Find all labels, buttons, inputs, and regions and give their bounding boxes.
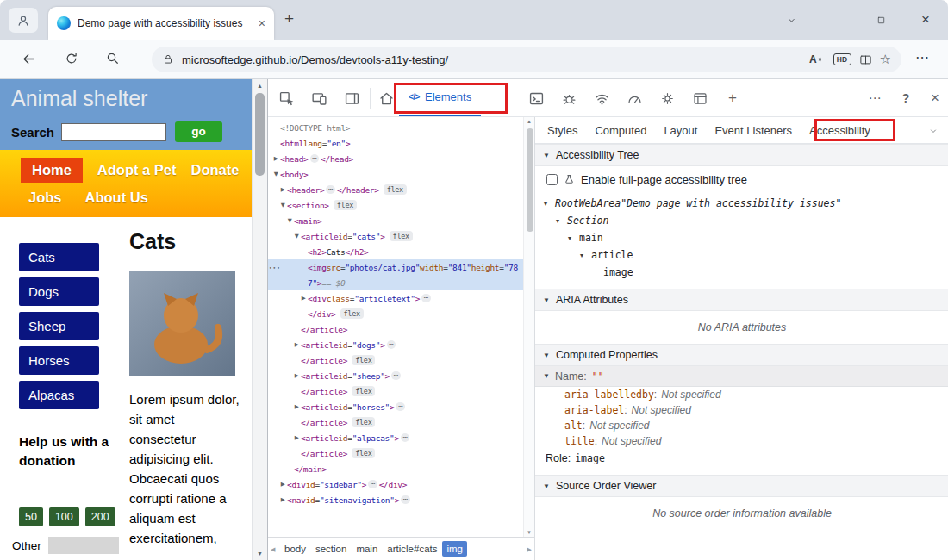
full-page-tree-checkbox[interactable]	[546, 174, 558, 185]
dom-tree-line[interactable]: ▼<body>	[268, 166, 523, 182]
dom-tree-line[interactable]: </article>flex	[268, 383, 523, 399]
accessibility-tree-node[interactable]: ▾main	[535, 229, 948, 246]
dom-tree-line[interactable]: ▶<head>⋯</head>	[268, 151, 523, 166]
crumb-main[interactable]: main	[352, 541, 382, 557]
nav-adopt[interactable]: Adopt a Pet	[97, 162, 177, 178]
flex-badge[interactable]: flex	[334, 200, 357, 210]
nav-home[interactable]: Home	[21, 158, 83, 183]
more-actions-icon[interactable]: •••	[269, 264, 281, 271]
browser-tab[interactable]: Demo page with accessibility issues ×	[48, 7, 274, 40]
read-aloud-icon[interactable]: A	[809, 53, 826, 65]
tab-list-chevron-icon[interactable]	[774, 0, 808, 40]
category-horses[interactable]: Horses	[19, 346, 99, 375]
expander-closed-icon[interactable]: ▶	[271, 155, 280, 162]
issues-bug-icon[interactable]	[559, 89, 578, 108]
dom-tree-line[interactable]: ▶<div id="sidebar">⋯</div>	[268, 476, 523, 492]
minimize-button[interactable]: –	[817, 0, 851, 40]
dom-tree-line[interactable]: <html lang="en">	[268, 135, 523, 151]
crumb-body[interactable]: body	[280, 541, 310, 557]
more-tools-plus-icon[interactable]: +	[723, 89, 742, 108]
donate-100[interactable]: 100	[49, 507, 79, 526]
refresh-button[interactable]	[64, 51, 81, 68]
address-bar[interactable]: microsoftedge.github.io/Demos/devtools-a…	[152, 47, 901, 72]
nav-donate[interactable]: Donate	[191, 162, 240, 178]
back-button[interactable]	[21, 51, 38, 68]
expander-closed-icon[interactable]: ▶	[278, 481, 287, 488]
flex-badge[interactable]: flex	[384, 184, 407, 195]
scroll-down-icon[interactable]: ▼	[253, 551, 267, 557]
dom-tree-line[interactable]: </article>flex	[268, 414, 523, 430]
profile-button[interactable]	[9, 8, 38, 33]
dom-tree-line[interactable]: </article>flex	[268, 352, 523, 368]
expander-closed-icon[interactable]: ▶	[292, 341, 301, 348]
tab-close-icon[interactable]: ×	[259, 17, 265, 29]
dock-side-icon[interactable]	[342, 89, 361, 108]
crumb-section[interactable]: section	[311, 541, 351, 557]
hd-badge[interactable]: HD	[833, 53, 851, 65]
flex-badge[interactable]: flex	[352, 386, 375, 396]
tab-event-listeners[interactable]: Event Listeners	[714, 124, 792, 137]
expander-open-icon[interactable]: ▼	[292, 233, 301, 240]
dom-tree-scrollbar[interactable]: ▲ ▼	[523, 117, 534, 537]
donate-200[interactable]: 200	[85, 507, 115, 526]
section-aria-attributes[interactable]: ▼ ARIA Attributes	[535, 289, 948, 311]
tab-accessibility[interactable]: Accessibility	[809, 124, 870, 137]
scroll-up-icon[interactable]: ▲	[524, 119, 534, 124]
expander-closed-icon[interactable]: ▶	[292, 372, 301, 379]
devtools-close-icon[interactable]: ×	[926, 89, 945, 108]
split-screen-icon[interactable]	[859, 53, 872, 66]
dom-tree-line[interactable]: <!DOCTYPE html>	[268, 120, 523, 135]
inspect-icon[interactable]	[277, 89, 296, 108]
expander-open-icon[interactable]: ▾	[580, 252, 591, 259]
expander-open-icon[interactable]: ▾	[544, 200, 555, 208]
expander-closed-icon[interactable]: ▶	[292, 403, 301, 410]
expander-closed-icon[interactable]: ▶	[278, 496, 287, 503]
settings-menu-icon[interactable]: ⋯	[915, 49, 929, 65]
favorites-star-icon[interactable]: ☆	[880, 52, 891, 67]
tab-layout[interactable]: Layout	[664, 124, 697, 137]
console-icon[interactable]	[527, 89, 546, 108]
section-computed-properties[interactable]: ▼ Computed Properties	[535, 344, 948, 366]
expander-open-icon[interactable]: ▼	[278, 202, 287, 208]
dom-tree-line[interactable]: ▶<article id="dogs">⋯	[268, 337, 523, 352]
flex-badge[interactable]: flex	[352, 448, 375, 458]
other-amount-input[interactable]	[48, 537, 119, 554]
nav-jobs[interactable]: Jobs	[28, 190, 62, 206]
dom-tree-line[interactable]: </article>flex	[268, 445, 523, 461]
devtools-help-icon[interactable]: ?	[896, 89, 915, 108]
category-alpacas[interactable]: Alpacas	[19, 381, 99, 409]
maximize-button[interactable]	[864, 0, 898, 40]
category-dogs[interactable]: Dogs	[19, 277, 99, 306]
dom-tree-line[interactable]: </div>flex	[268, 306, 523, 321]
dom-tree-line[interactable]: ▼<main>	[268, 213, 523, 228]
dom-tree-line[interactable]: ▶<article id="alpacas">⋯	[268, 430, 523, 445]
go-button[interactable]: go	[175, 121, 222, 142]
nav-about[interactable]: About Us	[85, 190, 148, 206]
page-scrollbar[interactable]: ▲ ▼	[252, 79, 267, 560]
tab-elements[interactable]: </> Elements	[399, 79, 481, 116]
checkbox-label[interactable]: Enable full-page accessibility tree	[581, 173, 747, 186]
dom-tree-line[interactable]: ▶<nav id="sitenavigation">⋯	[268, 492, 523, 507]
dom-tree-line[interactable]: ▶<div class="articletext">⋯	[268, 290, 523, 306]
accessibility-tree-node[interactable]: image	[535, 264, 948, 281]
expander-closed-icon[interactable]: ▶	[299, 295, 308, 302]
settings-gear-icon[interactable]	[658, 89, 677, 108]
expander-open-icon[interactable]: ▾	[556, 217, 567, 225]
crumb-left-icon[interactable]: ◀	[271, 546, 275, 553]
scroll-down-icon[interactable]: ▼	[524, 530, 534, 535]
crumb-right-icon[interactable]: ▶	[527, 546, 532, 553]
computed-name-row[interactable]: ▼ Name: ""	[535, 366, 948, 387]
accessibility-tree-node[interactable]: ▾Section	[535, 212, 948, 229]
flex-badge[interactable]: flex	[390, 231, 413, 241]
new-tab-button[interactable]: +	[284, 9, 294, 28]
application-icon[interactable]	[690, 89, 709, 108]
network-icon[interactable]	[592, 89, 611, 108]
expander-closed-icon[interactable]: ▶	[278, 186, 287, 193]
accessibility-tree-node[interactable]: ▾article	[535, 246, 948, 264]
section-source-order[interactable]: ▼ Source Order Viewer	[535, 475, 948, 497]
dom-tree-line[interactable]: ▼<article id="cats">flex	[268, 228, 523, 244]
dom-tree-line[interactable]: ▶<article id="sheep">⋯	[268, 368, 523, 383]
scrollbar-thumb[interactable]	[255, 93, 265, 176]
scroll-up-icon[interactable]: ▲	[253, 83, 267, 89]
category-cats[interactable]: Cats	[19, 243, 99, 271]
